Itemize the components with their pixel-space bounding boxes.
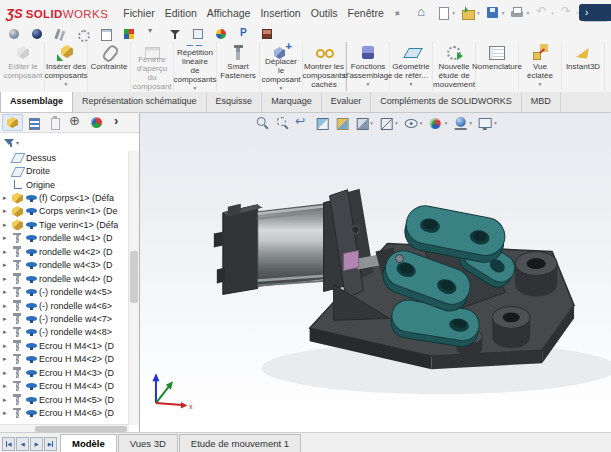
dropdown-caret-icon[interactable]: ▾ [410,81,413,87]
toolbar-button[interactable] [145,27,159,41]
expand-arrow-icon[interactable]: ▸ [3,207,11,215]
tree-item[interactable]: ▸ Origine [0,178,129,191]
toolbar-button[interactable]: ▾ [485,5,506,21]
tree-item[interactable]: ▸ Ecrou H M4<4> (D [0,379,129,392]
expand-arrow-icon[interactable]: ▸ [3,261,11,269]
expand-arrow-icon[interactable]: ▸ [3,221,11,229]
tree-item[interactable]: ▸ Ecrou H M4<5> (D [0,393,129,406]
hud-button[interactable]: ▾ [451,114,474,132]
expand-arrow-icon[interactable]: ▸ [3,396,11,404]
tree-item[interactable]: ▸ rondelle w4<2> (D [0,245,129,258]
expand-arrow-icon[interactable]: ▸ [3,355,11,363]
hud-button[interactable]: ▾ [332,114,350,132]
tree-item[interactable]: ▸ (-) rondelle w4<7> [0,312,129,325]
toolbar-button[interactable] [53,27,67,41]
tree-item[interactable]: ▸ Dessus [0,151,129,164]
tree-item[interactable]: ▸ (-) rondelle w4<6> [0,299,129,312]
menu-item[interactable]: Insertion [255,3,305,23]
tree-item[interactable]: ▸ Droite [0,164,129,177]
document-tab[interactable]: Etude de mouvement 1 [179,434,301,452]
menu-item[interactable]: Fenêtre [343,3,389,23]
menu-item[interactable]: Outils [306,3,343,23]
dropdown-caret-icon[interactable]: ▾ [539,81,542,87]
hud-button[interactable]: ▾ [312,114,330,132]
cm-button[interactable]: Répétition linéaire de composants ▾ [174,42,217,91]
ribbon-tab[interactable]: Evaluer [322,92,372,112]
toolbar-button[interactable] [7,27,21,41]
toolbar-button[interactable] [214,27,228,41]
panel-tab[interactable] [44,114,65,131]
expand-arrow-icon[interactable]: ▸ [3,248,11,256]
cm-button[interactable]: Editer le composant ▾ [2,42,45,91]
toolbar-button[interactable]: ▾ [559,5,580,21]
vertical-scrollbar[interactable] [128,151,139,425]
toolbar-button[interactable] [191,27,205,41]
dropdown-caret-icon[interactable]: ▾ [194,85,197,91]
hud-button[interactable]: ▾ [476,114,499,132]
panel-tab[interactable] [86,114,107,131]
hud-button[interactable]: ▾ [272,114,290,132]
tree-item[interactable]: ▸ (-) rondelle w4<8> [0,326,129,339]
panel-tab[interactable] [107,114,128,131]
tab-nav-button[interactable]: ▶ [44,437,57,451]
hud-button[interactable]: ▾ [427,114,450,132]
cm-button[interactable]: Smart Fasteners ▾ [217,42,260,91]
ribbon-tab[interactable]: Représentation schématique [73,92,207,112]
assembly-model[interactable]: x [140,113,611,433]
toolbar-button[interactable] [30,27,44,41]
toolbar-button[interactable] [122,27,136,41]
cm-button[interactable]: Insérer des composants ▾ [45,42,88,91]
hud-button[interactable]: ▾ [352,114,375,132]
tab-nav-button[interactable]: ▶ [30,437,43,451]
toolbar-button[interactable]: ▾ [435,5,456,21]
tree-item[interactable]: ▸ (-) rondelle w4<5> [0,285,129,298]
toolbar-button[interactable]: ▾ [460,5,481,21]
expand-arrow-icon[interactable]: ▸ [3,275,11,283]
cm-button[interactable]: Fenêtre d'aperçu du composant ▾ [131,42,174,91]
menu-item[interactable]: Edition [160,3,202,23]
menu-item[interactable]: Affichage [202,3,256,23]
ribbon-tab[interactable]: Compléments de SOLIDWORKS [371,92,522,112]
hud-button[interactable]: ▾ [377,114,400,132]
graphics-viewport[interactable]: ▾▾▾▾▾▾▾▾▾▾▾ [140,113,611,433]
tree-item[interactable]: ▸ Ecrou H M4<6> (D [0,406,129,419]
expand-arrow-icon[interactable]: ▸ [3,328,11,336]
toolbar-button[interactable]: ▾ [415,5,431,21]
tree-item[interactable]: ▸ rondelle w4<4> (D [0,272,129,285]
cm-button[interactable]: Nouvelle étude de mouvement ▾ [433,42,476,91]
scrollbar-thumb[interactable] [130,251,138,303]
cm-button[interactable]: Montrer les composants cachés ▾ [303,42,346,91]
cm-button[interactable]: Déplacer le composant ▾ [260,42,303,91]
panel-tab[interactable] [65,114,86,131]
cm-button[interactable]: Nomenclature ▾ [476,42,519,91]
tree-item[interactable]: ▸ Tige verin<1> (Défa [0,218,129,231]
filter-caret-icon[interactable]: ▾ [16,139,19,146]
expand-arrow-icon[interactable]: ▸ [3,382,11,390]
hud-button[interactable]: ▾ [402,114,425,132]
toolbar-button[interactable] [260,27,274,41]
document-tab[interactable]: Vues 3D [118,434,178,452]
tab-nav-button[interactable]: ◀ [2,437,15,451]
toolbar-button[interactable] [76,27,90,41]
cm-button[interactable]: N so ▾ [605,42,611,91]
expand-arrow-icon[interactable]: ▸ [3,234,11,242]
expand-arrow-icon[interactable]: ▸ [3,409,11,417]
expand-arrow-icon[interactable]: ▸ [3,288,11,296]
expand-arrow-icon[interactable]: ▸ [3,302,11,310]
tree-item[interactable]: ▸ Corps verin<1> (De [0,205,129,218]
cm-button[interactable]: Géométrie de référ... ▾ [390,42,433,91]
cm-button[interactable]: Instant3D ▾ [562,42,605,91]
expand-arrow-icon[interactable]: ▸ [3,342,11,350]
tree-item[interactable]: ▸ Ecrou H M4<2> (D [0,353,129,366]
pin-icon[interactable]: ✦ [390,6,403,20]
document-tab[interactable]: Modèle [60,434,117,452]
tree-item[interactable]: ▸ rondelle w4<1> (D [0,232,129,245]
cm-button[interactable]: Vue éclatée ▾ [519,42,562,91]
toolbar-button[interactable] [168,27,182,41]
tree-item[interactable]: ▸ Ecrou H M4<3> (D [0,366,129,379]
menu-item[interactable]: Fichier [118,3,160,23]
panel-tab[interactable] [23,114,44,131]
ribbon-tab[interactable]: Assemblage [0,92,73,112]
toolbar-button[interactable]: ▾ [534,5,555,21]
toolbar-button[interactable]: ▾ [509,5,530,21]
